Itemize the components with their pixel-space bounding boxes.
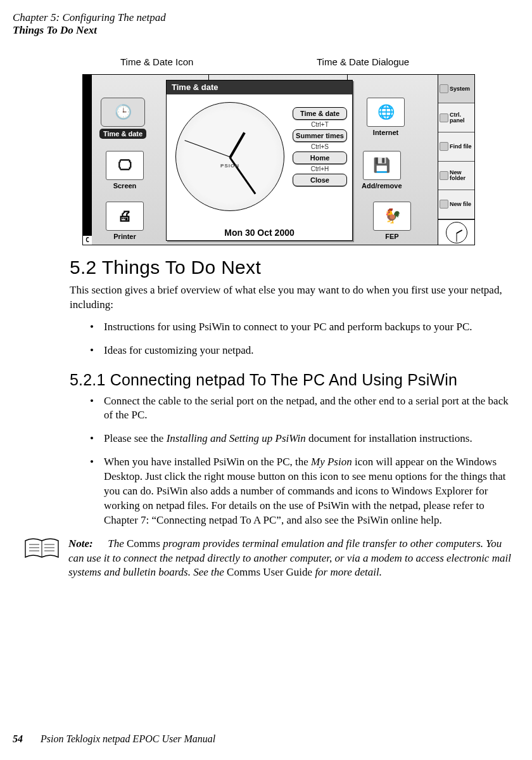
body-content: 5.2 Things To Do Next This section gives…	[70, 257, 519, 580]
clock-icon	[446, 222, 467, 243]
clock-second-hand	[184, 140, 230, 157]
desktop-icon-label: Screen	[113, 182, 137, 190]
shortcut-label: Ctrl+S	[311, 143, 329, 150]
heading-5-2-1: 5.2.1 Connecting netpad To The PC And Us…	[70, 371, 519, 389]
system-icon	[440, 84, 448, 93]
shortcut-label: Ctrl+T	[311, 121, 329, 128]
disk-icon: 💾	[363, 151, 401, 180]
book-icon	[24, 537, 60, 561]
note-label: Note:	[68, 537, 105, 551]
intro-paragraph: This section gives a brief overview of w…	[70, 283, 519, 312]
desktop-icon-time-date[interactable]: 🕒 Time & date	[99, 98, 146, 139]
home-button[interactable]: Home	[293, 151, 347, 164]
desktop-icon-printer[interactable]: 🖨 Printer	[106, 202, 144, 240]
sidebar-item-new-file[interactable]: New file	[438, 190, 474, 219]
globe-icon: 🌐	[367, 98, 405, 127]
printer-icon: 🖨	[106, 202, 144, 231]
dialog-title: Time & date	[167, 81, 352, 94]
clock-hour-hand	[229, 132, 245, 158]
bullet-list-5-2: Instructions for using PsiWin to connect…	[70, 320, 519, 358]
screenshot-left-bar	[83, 75, 92, 245]
sidebar-item-label: New file	[450, 202, 471, 207]
desktop-icon-add-remove[interactable]: 💾 Add/remove	[362, 151, 402, 190]
dialog-body: PSION Time & date Ctrl+T Summer times Ct…	[167, 94, 352, 242]
desktop-icon-label: Add/remove	[362, 182, 402, 190]
header-section: Things To Do Next	[13, 24, 519, 37]
list-item: When you have installed PsiWin on the PC…	[90, 455, 519, 528]
list-item: Please see the Installing and Setting up…	[90, 432, 519, 446]
time-date-dialog: Time & date PSION Time & date Ctrl+T Sum…	[166, 80, 353, 241]
clock-brand: PSION	[176, 163, 284, 169]
folder-icon	[440, 171, 448, 180]
text-run: The	[108, 538, 127, 550]
close-button[interactable]: Close	[293, 174, 347, 186]
text-run: Please see the	[104, 432, 167, 444]
note-block: Note: The Comms program provides termina…	[24, 537, 519, 580]
monitor-icon: 🖵	[106, 151, 144, 180]
desktop-icon-internet[interactable]: 🌐 Internet	[367, 98, 405, 136]
annotation-right: Time & Date Dialogue	[317, 56, 409, 67]
list-item: Instructions for using PsiWin to connect…	[90, 320, 519, 335]
sidebar-item-label: Ctrl. panel	[450, 112, 473, 124]
emphasis: Installing and Setting up PsiWin	[167, 432, 306, 444]
sidebar-item-label: Find file	[450, 144, 472, 150]
text-run: document for installation instructions.	[306, 432, 472, 444]
dialog-date: Mon 30 Oct 2000	[167, 228, 352, 238]
sidebar-item-find-file[interactable]: Find file	[438, 132, 474, 162]
desktop-icon-label: Internet	[373, 129, 398, 136]
bullet-list-5-2-1: Connect the cable to the serial port on …	[70, 394, 519, 529]
text-run: When you have installed PsiWin on the PC…	[104, 456, 311, 468]
ctrlpanel-icon	[440, 113, 448, 122]
sidebar-item-label: New folder	[450, 170, 473, 181]
page-number: 54	[13, 733, 23, 744]
header-chapter: Chapter 5: Configuring The netpad	[13, 11, 519, 24]
note-text: Note: The Comms program provides termina…	[68, 537, 519, 580]
desktop-icon-label: Time & date	[99, 129, 146, 139]
desktop-icon-screen[interactable]: 🖵 Screen	[106, 151, 144, 190]
sidebar-item-label: System	[450, 86, 470, 92]
sidebar-clock	[438, 219, 474, 245]
screenshot: C 🕒 Time & date 🖵 Screen 🖨 Printer 🌐 Int…	[82, 74, 475, 245]
desktop-icon-label: FEP	[385, 233, 398, 240]
summer-times-button[interactable]: Summer times	[293, 129, 347, 142]
running-header: Chapter 5: Configuring The netpad Things…	[13, 11, 519, 37]
list-item: Ideas for customizing your netpad.	[90, 344, 519, 358]
dialog-buttons: Time & date Ctrl+T Summer times Ctrl+S H…	[293, 107, 347, 186]
heading-5-2: 5.2 Things To Do Next	[70, 257, 519, 278]
annotation-row: Time & Date Icon Time & Date Dialogue	[82, 56, 475, 74]
find-icon	[440, 142, 448, 151]
upright-run: Comms User Guide	[227, 566, 312, 578]
list-item: Connect the cable to the serial port on …	[90, 394, 519, 423]
drive-indicator: C	[83, 236, 92, 245]
analog-clock: PSION	[175, 102, 284, 211]
desktop-icon-label: Printer	[113, 233, 136, 240]
bird-icon: 🐓	[373, 202, 411, 231]
footer: 54 Psion Teklogix netpad EPOC User Manua…	[13, 733, 215, 745]
system-sidebar: System Ctrl. panel Find file New folder …	[438, 75, 474, 245]
upright-run: Comms	[127, 538, 160, 550]
file-icon	[440, 200, 448, 209]
page: Chapter 5: Configuring The netpad Things…	[0, 0, 532, 760]
clock-icon: 🕒	[101, 98, 145, 127]
shortcut-label: Ctrl+H	[311, 165, 329, 172]
sidebar-item-new-folder[interactable]: New folder	[438, 162, 474, 191]
annotation-left: Time & Date Icon	[120, 56, 193, 67]
desktop-icon-fep[interactable]: 🐓 FEP	[373, 202, 411, 240]
book-title: Psion Teklogix netpad EPOC User Manual	[41, 733, 215, 744]
time-date-button[interactable]: Time & date	[293, 107, 347, 120]
emphasis: My Psion	[311, 456, 352, 468]
text-run: for more detail.	[312, 566, 382, 578]
sidebar-item-ctrl-panel[interactable]: Ctrl. panel	[438, 103, 474, 132]
sidebar-item-system[interactable]: System	[438, 75, 474, 104]
